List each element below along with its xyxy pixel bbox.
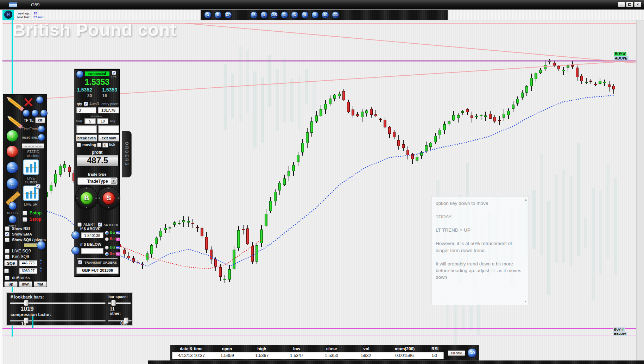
above-buy-ma-chip-icon[interactable]: MA: [115, 231, 120, 235]
lookback-slider-thumb[interactable]: [24, 300, 29, 306]
sq9-spin-down-icon[interactable]: ▼: [39, 262, 42, 265]
delete-x-icon[interactable]: [23, 97, 34, 107]
sq9-slider-ball[interactable]: [37, 241, 46, 250]
targ-price-field[interactable]: [98, 125, 119, 133]
go-button[interactable]: GO: [467, 348, 477, 358]
sstop-checkbox[interactable]: [23, 217, 27, 222]
moving-checkbox[interactable]: [77, 143, 81, 147]
minimize-button[interactable]: [618, 2, 625, 7]
toolbar-button-S[interactable]: S: [214, 11, 222, 19]
live-sq9-checkbox[interactable]: [5, 249, 10, 253]
tick-field[interactable]: 8: [102, 143, 108, 148]
orders-tab[interactable]: ORDERS: [122, 131, 132, 177]
break-even-button[interactable]: break even: [76, 134, 97, 142]
ken-sq9-checkbox[interactable]: [5, 255, 10, 259]
trade-type-dropdown[interactable]: TradeType ▼: [77, 177, 118, 185]
notes-scroll-up-icon[interactable]: ▲: [524, 198, 527, 202]
up-button[interactable]: up: [4, 281, 18, 287]
toolbar-button-3[interactable]: 3: [291, 11, 298, 19]
sq9-slider-track[interactable]: [24, 243, 38, 247]
below-buy-ma-chip-icon[interactable]: MA: [115, 246, 120, 250]
chevron-down-icon[interactable]: ▼: [111, 178, 116, 184]
toolbar-button-20[interactable]: 20: [332, 11, 339, 19]
tick-checkbox[interactable]: [97, 143, 101, 147]
clear-lines-button[interactable]: clr: [35, 117, 45, 123]
sq9-value2-field[interactable]: 3960.27: [19, 268, 37, 274]
auto-tr-checkbox[interactable]: [98, 222, 102, 227]
above-buy-radio[interactable]: [105, 231, 109, 235]
show-rsi-checkbox[interactable]: [5, 226, 10, 231]
dobrooks-checkbox[interactable]: [5, 276, 10, 280]
toolbar-button-1[interactable]: 1: [260, 11, 268, 19]
reset-lines-ball[interactable]: [38, 134, 45, 141]
show-ema-checkbox[interactable]: [5, 232, 10, 237]
below-buy-radio[interactable]: [105, 246, 109, 250]
tool-ball-3[interactable]: [40, 109, 48, 117]
chart-notes-box[interactable]: ▲ ▼ option key down to moveTODAY:LT TREN…: [431, 196, 529, 305]
live-sr-checkbox[interactable]: [36, 184, 40, 189]
sq9-button[interactable]: SQ9: [4, 260, 18, 266]
panel-status-ball[interactable]: [76, 70, 84, 78]
notes-scroll-down-icon[interactable]: ▼: [524, 300, 527, 303]
notes-ball[interactable]: [8, 215, 17, 224]
toolbar-button-O[interactable]: O: [204, 11, 211, 19]
below-sell-tl-chip-icon[interactable]: TL: [115, 252, 120, 256]
pencil-draw-icon[interactable]: [8, 98, 22, 110]
sq9-value2-checkbox[interactable]: [4, 269, 9, 273]
qty-field[interactable]: 3: [76, 107, 96, 113]
toolbar-button-.5[interactable]: .5: [250, 11, 258, 19]
dwn-button[interactable]: dwn: [19, 281, 32, 287]
show-sq9-checkbox[interactable]: [5, 238, 10, 242]
buy-button[interactable]: B: [76, 187, 97, 209]
right-arrow-button[interactable]: →: [6, 162, 18, 174]
sq9-spin-up-icon[interactable]: ▲: [39, 259, 42, 261]
close-button[interactable]: ×: [634, 2, 641, 7]
stop-price-field[interactable]: [76, 125, 97, 133]
tool-ball-top[interactable]: [36, 96, 44, 104]
transmit-orders-checkbox[interactable]: [78, 260, 82, 264]
sq9-value2-spin-up-icon[interactable]: ▲: [39, 266, 42, 269]
tool-ball-2[interactable]: [31, 109, 39, 117]
toolbar-button-6[interactable]: 6: [311, 11, 319, 19]
above-sell-v-chip-icon[interactable]: V: [115, 237, 120, 241]
live-clusters-icon[interactable]: [23, 159, 39, 175]
maximize-button[interactable]: [626, 2, 633, 7]
sq9-value-field[interactable]: 446.775: [19, 260, 37, 266]
left-arrow-button[interactable]: ←: [6, 178, 18, 190]
exit-now-button[interactable]: exit now: [98, 134, 119, 142]
flat-button[interactable]: flat: [34, 281, 47, 287]
if-below-field[interactable]: [81, 248, 103, 254]
targ-devs-field[interactable]: 10: [97, 118, 108, 124]
live-checkbox[interactable]: [112, 71, 116, 75]
if-above-field[interactable]: 1.540138: [81, 232, 103, 238]
sq9-value2-spin-down-icon[interactable]: ▼: [39, 270, 42, 272]
toolbar-button-10[interactable]: 10: [322, 11, 329, 19]
toolbar-button-4[interactable]: 4: [301, 11, 309, 19]
tool-ball-1[interactable]: [23, 109, 30, 117]
bar-space-slider-thumb[interactable]: [111, 300, 116, 306]
buy-button-letter: B: [80, 192, 93, 205]
toolbar-button-1.5[interactable]: 1.5: [271, 11, 278, 19]
down-arrow-button[interactable]: ↓: [6, 145, 18, 157]
pencil-draw-icon-2[interactable]: [8, 117, 21, 127]
alert-checkbox[interactable]: [77, 222, 82, 227]
above-sell-radio[interactable]: [105, 237, 109, 241]
autor-checkbox[interactable]: [84, 102, 88, 106]
if-above-ball[interactable]: [71, 231, 80, 239]
toolbar-button-CP[interactable]: CP: [225, 11, 232, 19]
c8-date-button[interactable]: C8 date: [448, 350, 465, 356]
up-arrow-button[interactable]: ↑: [6, 130, 18, 142]
timeframe-ball[interactable]: [38, 125, 45, 133]
trade-type-value: TradeType: [87, 179, 108, 184]
bstop-checkbox[interactable]: [23, 211, 27, 215]
rules-ball[interactable]: [8, 202, 17, 210]
toolbar-button-2[interactable]: 2: [281, 11, 288, 19]
instrument-field[interactable]: GBP FUT 201306: [76, 267, 119, 274]
home-button[interactable]: H: [4, 11, 12, 19]
static-clusters-button[interactable]: [22, 143, 44, 149]
entry-price-field[interactable]: 1317.75: [98, 107, 119, 113]
below-sell-radio[interactable]: [105, 252, 109, 256]
sell-button[interactable]: S: [98, 187, 120, 209]
if-below-ball[interactable]: [71, 246, 80, 255]
stop-devs-field[interactable]: 5: [84, 118, 96, 124]
